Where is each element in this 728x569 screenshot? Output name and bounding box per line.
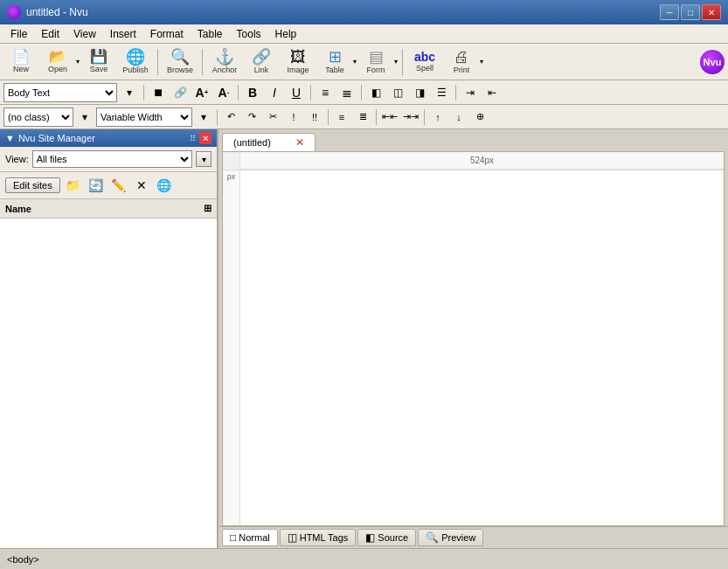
ol-button[interactable]: ≣: [337, 83, 357, 102]
print-dropdown-arrow[interactable]: ▾: [480, 58, 483, 66]
site-delete-icon[interactable]: ✕: [132, 176, 151, 195]
ruler-row: 524px: [223, 152, 724, 170]
spell-button[interactable]: abc Spell: [407, 46, 442, 78]
editor-tab-close-icon[interactable]: ✕: [295, 136, 304, 149]
new-icon: 📄: [12, 50, 30, 64]
tab-preview[interactable]: 🔍 Preview: [418, 529, 483, 546]
extra-btn-10[interactable]: ↑: [428, 108, 447, 127]
italic-button[interactable]: I: [265, 83, 284, 102]
table-button[interactable]: ⊞ Table: [317, 46, 352, 78]
extra-btn-12[interactable]: ⊕: [470, 108, 489, 127]
editor-tab-untitled[interactable]: (untitled) ✕: [222, 133, 315, 151]
extra-btn-2[interactable]: ↷: [242, 108, 261, 127]
site-manager-close-button[interactable]: ✕: [199, 132, 211, 144]
bold-button[interactable]: B: [243, 83, 262, 102]
menu-help[interactable]: Help: [268, 26, 304, 42]
menu-insert[interactable]: Insert: [103, 26, 143, 42]
html-tags-tab-label: HTML Tags: [300, 532, 349, 543]
print-button[interactable]: 🖨 Print: [444, 46, 479, 78]
tab-html-tags[interactable]: ◫ HTML Tags: [280, 529, 357, 546]
anchor-label: Anchor: [212, 66, 238, 74]
anchor-button[interactable]: ⚓ Anchor: [207, 46, 242, 78]
extra-btn-5[interactable]: !!: [305, 108, 324, 127]
close-button[interactable]: ✕: [702, 4, 721, 20]
extra-btn-3[interactable]: ✂: [263, 108, 282, 127]
extra-btn-11[interactable]: ↓: [449, 108, 468, 127]
bottom-tabs: □ Normal ◫ HTML Tags ◧ Source 🔍 Preview: [218, 526, 728, 548]
publish-button[interactable]: 🌐 Publish: [118, 46, 153, 78]
extra-btn-7[interactable]: ≣: [353, 108, 372, 127]
extra-btn-6[interactable]: ≡: [332, 108, 351, 127]
font-larger-button[interactable]: A+: [192, 83, 211, 102]
link-button[interactable]: 🔗 Link: [244, 46, 279, 78]
extra-btn-1[interactable]: ↶: [221, 108, 240, 127]
align-center-button[interactable]: ◫: [388, 83, 407, 102]
menu-file[interactable]: File: [3, 26, 34, 42]
menu-view[interactable]: View: [66, 26, 103, 42]
table-dropdown-arrow[interactable]: ▾: [353, 58, 357, 66]
align-justify-button[interactable]: ☰: [432, 83, 451, 102]
image-button[interactable]: 🖼 Image: [281, 46, 315, 78]
menu-table[interactable]: Table: [191, 26, 230, 42]
extra-btn-8[interactable]: ⇤⇤: [380, 108, 399, 127]
menu-edit[interactable]: Edit: [34, 26, 66, 42]
style-dropdown-arrow[interactable]: ▾: [120, 83, 139, 102]
menu-format[interactable]: Format: [143, 26, 191, 42]
fmt-sep-4: [361, 85, 362, 101]
extra-btn-4[interactable]: !: [284, 108, 303, 127]
ul-button[interactable]: ≡: [315, 83, 335, 102]
font-smaller-button[interactable]: A-: [214, 83, 233, 102]
outdent-button[interactable]: ⇤: [482, 83, 502, 102]
fmt-sep-1: [143, 85, 144, 101]
site-refresh-icon[interactable]: 🔄: [87, 176, 106, 195]
anchor-icon: ⚓: [215, 49, 234, 65]
preview-tab-label: Preview: [441, 532, 475, 543]
align-left-button[interactable]: ◧: [366, 83, 385, 102]
panel-drag-handle[interactable]: ⠿: [190, 134, 196, 143]
link-inline-button[interactable]: 🔗: [170, 83, 190, 102]
edit-sites-button[interactable]: Edit sites: [5, 177, 60, 193]
class-select[interactable]: (no class): [3, 108, 73, 127]
form-dropdown-arrow[interactable]: ▾: [394, 58, 398, 66]
table-label: Table: [325, 66, 344, 74]
width-select[interactable]: Variable Width: [96, 108, 192, 127]
status-text: <body>: [7, 554, 39, 565]
fmt-sep-5: [455, 85, 456, 101]
style-select[interactable]: Body Text: [3, 83, 117, 102]
site-folder-icon[interactable]: 📁: [64, 176, 83, 195]
toolbar-sep-3: [402, 49, 403, 75]
image-label: Image: [287, 66, 309, 74]
view-dropdown-button[interactable]: ▾: [196, 151, 211, 167]
view-select[interactable]: All files: [32, 150, 192, 168]
form-button[interactable]: ▤ Form: [358, 46, 393, 78]
window-title: untitled - Nvu: [26, 6, 88, 18]
site-globe-icon[interactable]: 🌐: [155, 176, 174, 195]
title-bar: untitled - Nvu ─ □ ✕: [0, 0, 728, 24]
save-button[interactable]: 💾 Save: [81, 46, 116, 78]
browse-button[interactable]: 🔍 Browse: [163, 46, 198, 78]
underline-button[interactable]: U: [287, 83, 306, 102]
source-tab-label: Source: [378, 532, 408, 543]
open-dropdown-arrow[interactable]: ▾: [76, 58, 80, 66]
normal-tab-icon: □: [230, 531, 236, 544]
main-layout: ▼ Nvu Site Manager ⠿ ✕ View: All files ▾…: [0, 129, 728, 548]
site-edit-icon[interactable]: ✏️: [109, 176, 128, 195]
nvu-logo: Nvu: [700, 50, 725, 74]
align-right-button[interactable]: ◨: [410, 83, 429, 102]
indent-button[interactable]: ⇥: [461, 83, 480, 102]
new-label: New: [13, 65, 29, 73]
extra-btn-9[interactable]: ⇥⇥: [401, 108, 420, 127]
color-button[interactable]: ■: [149, 83, 168, 102]
class-dropdown-arrow[interactable]: ▾: [75, 108, 94, 127]
menu-tools[interactable]: Tools: [230, 26, 268, 42]
name-expand-icon[interactable]: ⊞: [204, 203, 211, 214]
new-button[interactable]: 📄 New: [3, 46, 38, 78]
minimize-button[interactable]: ─: [660, 4, 679, 20]
fmt-sep-3: [310, 85, 311, 101]
open-button[interactable]: 📂 Open: [40, 46, 75, 78]
width-dropdown-arrow[interactable]: ▾: [194, 108, 213, 127]
tab-normal[interactable]: □ Normal: [222, 529, 278, 546]
editor-content-area[interactable]: [240, 170, 724, 525]
tab-source[interactable]: ◧ Source: [357, 529, 416, 546]
maximize-button[interactable]: □: [681, 4, 700, 20]
